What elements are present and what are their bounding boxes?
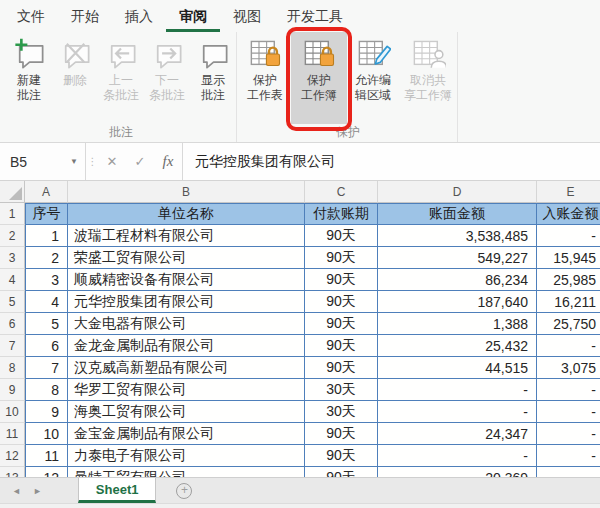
select-all-corner[interactable] bbox=[0, 181, 25, 203]
name-box[interactable]: B5 ▼ bbox=[0, 143, 86, 180]
cell[interactable]: 海奥工贸有限公司 bbox=[68, 401, 305, 423]
row-header-1[interactable]: 1 bbox=[0, 203, 25, 225]
cell[interactable]: 2 bbox=[25, 247, 68, 269]
table-header-cell[interactable]: 序号 bbox=[25, 203, 68, 225]
next-sheet-icon[interactable]: ► bbox=[33, 486, 42, 496]
column-header-B[interactable]: B bbox=[68, 181, 305, 203]
cell[interactable]: - bbox=[378, 401, 537, 423]
row-header-11[interactable]: 11 bbox=[0, 423, 25, 445]
row-header-8[interactable]: 8 bbox=[0, 357, 25, 379]
cell[interactable]: 86,234 bbox=[378, 269, 537, 291]
row-header-2[interactable]: 2 bbox=[0, 225, 25, 247]
cell[interactable]: 90天 bbox=[305, 225, 378, 247]
table-header-cell[interactable]: 付款账期 bbox=[305, 203, 378, 225]
cell[interactable]: 90天 bbox=[305, 357, 378, 379]
row-header-6[interactable]: 6 bbox=[0, 313, 25, 335]
cell[interactable]: 波瑞工程材料有限公司 bbox=[68, 225, 305, 247]
confirm-entry-icon[interactable]: ✓ bbox=[126, 143, 154, 180]
cell[interactable]: 6 bbox=[25, 335, 68, 357]
cell[interactable]: 1 bbox=[25, 225, 68, 247]
column-header-D[interactable]: D bbox=[378, 181, 537, 203]
cell[interactable]: - bbox=[537, 379, 600, 401]
cell[interactable]: 大金电器有限公司 bbox=[68, 313, 305, 335]
row-header-10[interactable]: 10 bbox=[0, 401, 25, 423]
allow-edit-ranges-button[interactable]: 允许编辑区域 bbox=[347, 32, 399, 124]
cell[interactable]: 549,227 bbox=[378, 247, 537, 269]
cell[interactable]: 25,432 bbox=[378, 335, 537, 357]
ribbon-tab-3[interactable]: 审阅 bbox=[166, 2, 220, 32]
cell[interactable]: 荣盛工贸有限公司 bbox=[68, 247, 305, 269]
cell[interactable]: - bbox=[537, 401, 600, 423]
row-header-4[interactable]: 4 bbox=[0, 269, 25, 291]
prev-sheet-icon[interactable]: ◄ bbox=[12, 486, 21, 496]
cell[interactable]: 金龙金属制品有限公司 bbox=[68, 335, 305, 357]
cell[interactable]: - bbox=[537, 423, 600, 445]
column-header-C[interactable]: C bbox=[305, 181, 378, 203]
ribbon-tab-5[interactable]: 开发工具 bbox=[274, 2, 356, 32]
cell[interactable]: 8 bbox=[25, 379, 68, 401]
cell[interactable]: - bbox=[537, 335, 600, 357]
cell[interactable]: 元华控股集团有限公司 bbox=[68, 291, 305, 313]
insert-function-icon[interactable]: fx bbox=[154, 143, 182, 180]
cell[interactable]: 7 bbox=[25, 357, 68, 379]
table-header-cell[interactable]: 单位名称 bbox=[68, 203, 305, 225]
row-header-5[interactable]: 5 bbox=[0, 291, 25, 313]
new-comment-button[interactable]: 新建批注 bbox=[6, 32, 52, 124]
row-header-12[interactable]: 12 bbox=[0, 445, 25, 467]
cell[interactable]: - bbox=[378, 445, 537, 467]
cell[interactable]: - bbox=[537, 445, 600, 467]
cell[interactable]: 9 bbox=[25, 401, 68, 423]
cell[interactable]: 15,945 bbox=[537, 247, 600, 269]
cell[interactable]: 90天 bbox=[305, 291, 378, 313]
ribbon-tab-0[interactable]: 文件 bbox=[4, 2, 58, 32]
protect-workbook-button[interactable]: 保护工作簿 bbox=[291, 32, 347, 124]
cell[interactable]: 90天 bbox=[305, 269, 378, 291]
cell[interactable]: 90天 bbox=[305, 335, 378, 357]
cell[interactable]: 90天 bbox=[305, 247, 378, 269]
table-header-cell[interactable]: 账面金额 bbox=[378, 203, 537, 225]
column-header-E[interactable]: E bbox=[537, 181, 600, 203]
row-header-7[interactable]: 7 bbox=[0, 335, 25, 357]
cell[interactable]: 顺威精密设备有限公司 bbox=[68, 269, 305, 291]
cell[interactable]: 25,750 bbox=[537, 313, 600, 335]
table-header-cell[interactable]: 入账金额 bbox=[537, 203, 600, 225]
cell[interactable]: 16,211 bbox=[537, 291, 600, 313]
cell[interactable]: 3,538,485 bbox=[378, 225, 537, 247]
cancel-entry-icon[interactable]: ✕ bbox=[98, 143, 126, 180]
cell[interactable]: 30天 bbox=[305, 379, 378, 401]
cell[interactable]: 5 bbox=[25, 313, 68, 335]
cell[interactable]: - bbox=[537, 225, 600, 247]
cell[interactable]: 汉克威高新塑品有限公司 bbox=[68, 357, 305, 379]
cell[interactable]: 10 bbox=[25, 423, 68, 445]
cell[interactable]: 1,388 bbox=[378, 313, 537, 335]
ribbon-tab-1[interactable]: 开始 bbox=[58, 2, 112, 32]
cell[interactable]: 90天 bbox=[305, 423, 378, 445]
cell[interactable]: 12 bbox=[25, 467, 68, 477]
cell[interactable]: 24,347 bbox=[378, 423, 537, 445]
cell[interactable]: 44,515 bbox=[378, 357, 537, 379]
cell[interactable]: 90天 bbox=[305, 445, 378, 467]
protect-sheet-button[interactable]: 保护工作表 bbox=[239, 32, 291, 124]
cell[interactable]: 3 bbox=[25, 269, 68, 291]
cell[interactable]: 3,075 bbox=[537, 357, 600, 379]
cell[interactable]: 90天 bbox=[305, 313, 378, 335]
formula-input[interactable]: 元华控股集团有限公司 bbox=[182, 143, 600, 180]
row-header-13[interactable]: 13 bbox=[0, 467, 25, 477]
cell[interactable]: 25,985 bbox=[537, 269, 600, 291]
cell[interactable]: 华罗工贸有限公司 bbox=[68, 379, 305, 401]
ribbon-tab-2[interactable]: 插入 bbox=[112, 2, 166, 32]
row-header-9[interactable]: 9 bbox=[0, 379, 25, 401]
column-header-A[interactable]: A bbox=[25, 181, 68, 203]
cell[interactable]: 187,640 bbox=[378, 291, 537, 313]
cell[interactable]: - bbox=[537, 467, 600, 477]
cell[interactable]: 4 bbox=[25, 291, 68, 313]
cell[interactable]: 20,369 bbox=[378, 467, 537, 477]
row-header-3[interactable]: 3 bbox=[0, 247, 25, 269]
add-sheet-icon[interactable]: + bbox=[176, 483, 192, 499]
cell[interactable]: 90天 bbox=[305, 467, 378, 477]
cell[interactable]: 金宝金属制品有限公司 bbox=[68, 423, 305, 445]
cell[interactable]: 11 bbox=[25, 445, 68, 467]
cell[interactable]: 曼特工贸有限公司 bbox=[68, 467, 305, 477]
show-comments-button[interactable]: 显示批注 bbox=[190, 32, 236, 124]
ribbon-tab-4[interactable]: 视图 bbox=[220, 2, 274, 32]
